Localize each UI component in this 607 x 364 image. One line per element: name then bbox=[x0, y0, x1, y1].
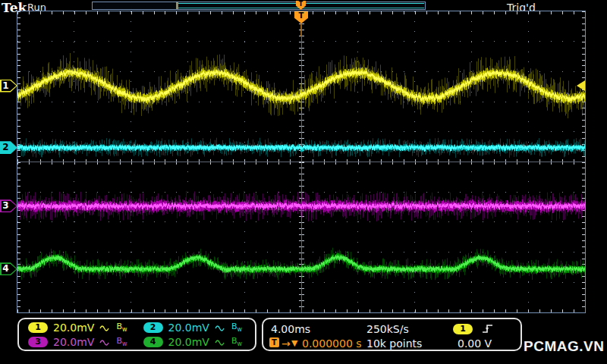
sample-rate: 250kS/s bbox=[366, 323, 409, 335]
channel-1-readout[interactable]: 120.0mVBw bbox=[22, 320, 137, 334]
arrow-right-icon: → bbox=[281, 337, 291, 350]
coupling-sine-icon bbox=[99, 338, 111, 346]
channel-3-readout[interactable]: 320.0mVBw bbox=[22, 334, 137, 349]
channel-2-position-marker[interactable]: 2 bbox=[0, 141, 17, 154]
bandwidth-limit-label: Bw bbox=[116, 322, 127, 333]
bandwidth-limit-label: Bw bbox=[231, 336, 242, 347]
channel-scale: 20.0mV bbox=[53, 322, 94, 334]
marker-number: 4 bbox=[0, 263, 11, 274]
channel-4-position-marker[interactable]: 4 bbox=[0, 262, 17, 275]
bandwidth-limit-label: Bw bbox=[116, 336, 127, 347]
channel-badge: 3 bbox=[28, 337, 48, 347]
trigger-position-readout[interactable]: 0.000000 s bbox=[302, 337, 362, 350]
channel-1-position-marker[interactable]: 1 bbox=[0, 80, 17, 93]
marker-number: 3 bbox=[0, 200, 11, 211]
trigger-t-icon: T bbox=[269, 337, 279, 347]
delay-marker-icon: ▼ bbox=[291, 338, 297, 348]
coupling-sine-icon bbox=[215, 338, 226, 346]
rising-edge-icon bbox=[482, 323, 494, 334]
channel-badge: 4 bbox=[143, 337, 163, 347]
channel-badge: 1 bbox=[28, 322, 48, 333]
graticule bbox=[17, 11, 586, 313]
channel-scale: 20.0mV bbox=[53, 336, 94, 348]
channel-4-readout[interactable]: 420.0mVBw bbox=[137, 334, 253, 349]
record-view-bar[interactable] bbox=[92, 2, 426, 10]
channel-3-position-marker[interactable]: 3 bbox=[0, 199, 17, 212]
waveform-traces bbox=[17, 11, 585, 312]
watermark: PCMAG.VN bbox=[524, 338, 604, 355]
horizontal-scale[interactable]: 4.00ms bbox=[271, 323, 310, 335]
trigger-level-readout[interactable]: 0.00 V bbox=[458, 337, 492, 350]
trigger-source-badge[interactable]: 1 bbox=[453, 324, 473, 334]
channel-2-readout[interactable]: 220.0mVBw bbox=[137, 320, 253, 334]
trigger-level-arrow[interactable] bbox=[577, 80, 585, 91]
channel-scale: 20.0mV bbox=[168, 336, 209, 348]
marker-number: 1 bbox=[0, 80, 11, 91]
record-length: 10k points bbox=[366, 337, 422, 350]
channel-badge: 2 bbox=[143, 322, 163, 333]
coupling-sine-icon bbox=[215, 324, 226, 331]
horizontal-trigger-readout-panel: 4.00ms 250kS/s 1 T → ▼ 0.000000 s 10k po… bbox=[262, 318, 522, 351]
trigger-position-stem bbox=[300, 24, 301, 36]
coupling-sine-icon bbox=[99, 324, 111, 331]
oscilloscope-display: Tek Run T Trig'd T 1234 120.0mVBw220.0mV… bbox=[0, 0, 607, 364]
bandwidth-limit-label: Bw bbox=[231, 322, 242, 333]
marker-number: 2 bbox=[0, 142, 11, 152]
channel-readout-panel: 120.0mVBw220.0mVBw320.0mVBw420.0mVBw bbox=[17, 318, 256, 351]
channel-scale: 20.0mV bbox=[168, 322, 209, 334]
